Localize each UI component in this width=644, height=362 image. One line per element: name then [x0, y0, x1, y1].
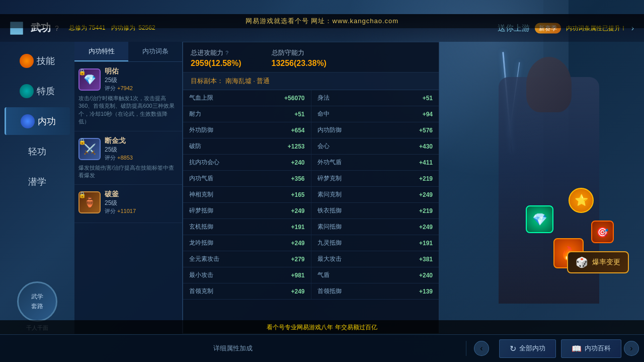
gem-green: 💎	[526, 205, 553, 233]
equip-item-1[interactable]: 💎 🔒 明佑 25级 评分 +7942 攻击/治疗时概率触发1次，攻击提高360…	[74, 62, 182, 131]
stat-name: 内功防御	[317, 126, 342, 134]
table-row: 气血上限+56070身法+51	[183, 90, 439, 106]
stat-value: +191	[419, 240, 433, 247]
defense-stats-group: 总防守能力 13256(23.38%)	[272, 48, 327, 68]
table-row: 内功气盾+356碎梦克制+219	[183, 171, 439, 187]
stat-value: +139	[419, 288, 433, 295]
sidebar-label-inner: 内功	[38, 115, 56, 127]
stats-cell-left: 龙吟抵御+249	[183, 235, 311, 251]
nav-next[interactable]: ›	[624, 341, 639, 356]
stat-value: +411	[419, 159, 433, 166]
stats-cell-right: 素问克制+249	[311, 187, 439, 202]
inner-icon	[21, 114, 35, 128]
equipment-panel: 内功特性 内功词条 💎 🔒 明佑 25级 评分 +7942 攻击/治疗时概率触发…	[74, 42, 183, 334]
stats-cell-left: 最小攻击+981	[183, 267, 311, 283]
stat-value: +240	[291, 159, 304, 166]
equip-name-1: 明佑	[105, 67, 178, 76]
new-season-badge: 新赛季	[535, 23, 561, 33]
equip-level-3: 25级	[105, 199, 178, 207]
stats-cell-left: 玄机抵御+191	[183, 219, 311, 235]
traits-icon	[20, 84, 34, 98]
attack-question-icon[interactable]: ?	[225, 50, 228, 56]
stat-value: +165	[291, 191, 304, 198]
stat-value: +279	[291, 256, 304, 263]
skill-set-button[interactable]: 武学 套路	[17, 281, 57, 322]
sidebar-item-potential[interactable]: 潜学	[5, 168, 70, 195]
table-row: 首领克制+249首领抵御+139	[183, 283, 439, 300]
help-icon[interactable]: ?	[55, 24, 59, 32]
table-row: 碎梦抵御+249铁衣抵御+219	[183, 203, 439, 219]
equip-score-1: 评分 +7942	[105, 85, 178, 92]
tab-inner-traits[interactable]: 内功特性	[74, 42, 128, 61]
page-title: 武功	[31, 21, 51, 35]
header-right: 送你上游 新赛季 内功词条属性已提升！ ›	[498, 23, 634, 33]
target-dungeon: 目标副本： 南海乱墟 · 普通	[183, 73, 439, 90]
attack-stats-group: 总进攻能力 ? 2959(12.58%)	[191, 48, 242, 68]
popup-icon: 🎲	[576, 256, 588, 268]
stat-name: 碎梦克制	[317, 174, 342, 183]
stats-cell-right: 九灵抵御+191	[311, 235, 439, 251]
stat-name: 最小攻击	[189, 271, 213, 279]
popup-label: 爆率变更	[592, 258, 620, 267]
equip-desc-2: 爆发技能伤害/治疗提高在技能标签中查看爆发	[78, 164, 178, 180]
gem-yellow: ⭐	[569, 188, 594, 213]
stat-name: 首领抵御	[317, 287, 342, 296]
equip-item-2[interactable]: ⚔️ 🔒 断金戈 25级 评分 +8853 爆发技能伤害/治疗提高在技能标签中查…	[74, 131, 182, 185]
stat-value: +219	[419, 175, 433, 182]
stat-value: +981	[291, 272, 304, 279]
stat-value: +191	[291, 224, 304, 231]
inner-wiki-button[interactable]: 📖 内功百科	[561, 339, 621, 358]
stats-cell-right: 素问抵御+249	[311, 219, 439, 235]
character-area: 💎 🔥 ⭐ 🎯 🎲 爆率变更	[439, 42, 644, 334]
stat-name: 气血上限	[189, 94, 213, 102]
stat-value: +249	[419, 191, 433, 198]
all-inner-button[interactable]: ↻ 全部内功	[499, 339, 556, 358]
stat-name: 会心	[317, 142, 330, 151]
bottom-bar: 详细属性加成 ‹ ↻ 全部内功 📖 内功百科 ›	[0, 334, 644, 362]
table-row: 外功防御+654内功防御+576	[183, 122, 439, 138]
table-row: 玄机抵御+191素问抵御+249	[183, 219, 439, 235]
stat-value: +94	[423, 111, 433, 118]
stat-value: +51	[423, 95, 433, 102]
equip-desc-1: 攻击/治疗时概率触发1次，攻击提高360、首领克制、破防提高600三种效果个，冷…	[78, 95, 178, 126]
bottom-promo: 看个号专业网易游戏八年 年交易额过百亿	[0, 320, 644, 334]
stats-cell-left: 抗内功会心+240	[183, 155, 311, 170]
stats-cell-right: 碎梦克制+219	[311, 171, 439, 186]
stat-value: +219	[419, 207, 433, 214]
stat-name: 素问抵御	[317, 223, 342, 231]
logo-diamond	[4, 15, 30, 41]
table-row: 神相克制+165素问克制+249	[183, 187, 439, 203]
nav-prev[interactable]: ‹	[474, 341, 489, 356]
sidebar-item-skills[interactable]: 技能	[5, 47, 70, 75]
stats-cell-left: 耐力+51	[183, 106, 311, 122]
book-icon: 📖	[572, 344, 582, 353]
sidebar-item-light[interactable]: 轻功	[5, 137, 70, 165]
table-row: 破防+1253会心+430	[183, 138, 439, 155]
stat-name: 九灵抵御	[317, 239, 342, 247]
stat-name: 外功气盾	[317, 158, 342, 167]
stat-name: 命中	[317, 110, 330, 118]
lock-icon-2: 🔒	[78, 138, 86, 145]
stat-value: +654	[291, 127, 304, 134]
lock-icon-1: 🔒	[78, 68, 86, 76]
sidebar-item-inner[interactable]: 内功	[5, 107, 70, 135]
sidebar-item-traits[interactable]: 特质	[5, 77, 70, 105]
equip-item-3[interactable]: 🏺 🔒 破釜 25级 评分 +11017	[74, 185, 182, 223]
stat-name: 首领克制	[189, 287, 213, 296]
stat-value: +356	[291, 175, 304, 182]
tab-inner-entries[interactable]: 内功词条	[128, 42, 182, 61]
stats-cell-left: 碎梦抵御+249	[183, 203, 311, 219]
stats-cell-left: 内功气盾+356	[183, 171, 311, 186]
detail-attrs-button[interactable]: 详细属性加成	[0, 344, 466, 353]
table-row: 耐力+51命中+94	[183, 106, 439, 122]
stats-cell-right: 会心+430	[311, 138, 439, 154]
stats-cell-left: 神相克制+165	[183, 187, 311, 202]
table-row: 抗内功会心+240外功气盾+411	[183, 155, 439, 171]
stat-value: +56070	[284, 95, 304, 102]
sidebar-label-light: 轻功	[28, 146, 46, 158]
sidebar-label-traits: 特质	[37, 85, 55, 97]
stat-name: 全元素攻击	[189, 255, 219, 263]
sidebar-label-skills: 技能	[37, 55, 55, 67]
attack-value: 2959(12.58%)	[191, 59, 242, 68]
stats-cell-right: 命中+94	[311, 106, 439, 122]
